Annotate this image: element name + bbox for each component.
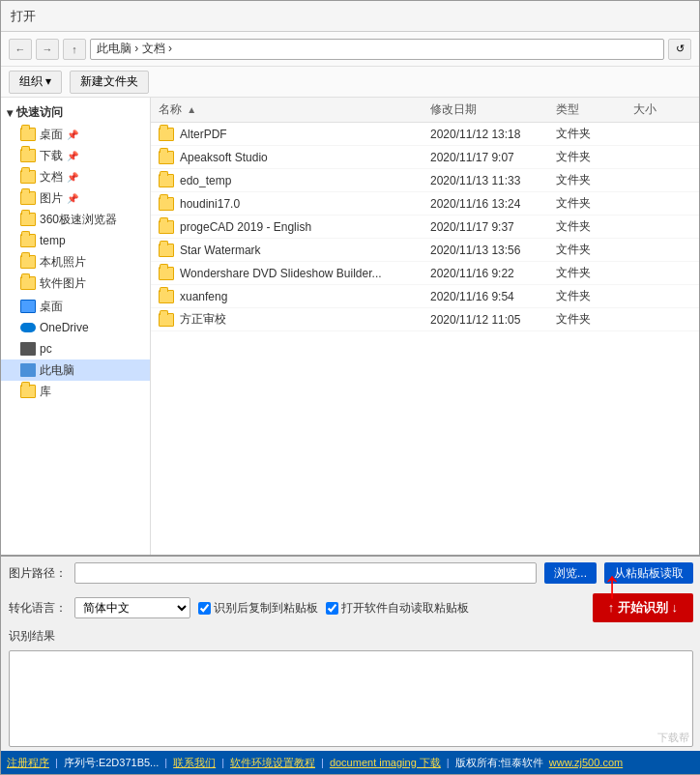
sidebar-item-software-images[interactable]: 软件图片 — [1, 273, 150, 294]
quick-access-header[interactable]: ▾ 快速访问 — [1, 101, 150, 124]
col-date-header[interactable]: 修改日期 — [430, 101, 556, 118]
sidebar-item-onedrive[interactable]: OneDrive — [1, 317, 150, 338]
up-button[interactable]: ↑ — [63, 39, 86, 60]
col-type-header[interactable]: 类型 — [556, 101, 633, 118]
start-ocr-button[interactable]: ↑ 开始识别 ↓ — [593, 593, 693, 622]
table-row[interactable]: houdini17.0 2020/11/16 13:24 文件夹 — [151, 192, 699, 215]
new-folder-button[interactable]: 新建文件夹 — [70, 71, 149, 94]
sidebar-item-library[interactable]: 库 — [1, 381, 150, 402]
sidebar-item-label: 360极速浏览器 — [40, 212, 117, 228]
website-link[interactable]: www.zj500.com — [549, 757, 623, 768]
sidebar-item-label: 本机照片 — [40, 254, 86, 271]
checkbox2[interactable] — [326, 602, 338, 615]
file-name-text: AlterPDF — [180, 128, 227, 141]
folder-icon — [20, 213, 36, 226]
browse-button[interactable]: 浏览... — [544, 562, 597, 584]
folder-icon — [159, 244, 174, 257]
sidebar-item-label: 图片 — [40, 190, 63, 207]
refresh-button[interactable]: ↺ — [668, 39, 691, 60]
copyright-info: 版权所有:恒泰软件 — [455, 756, 543, 770]
checkbox2-label[interactable]: 打开软件自动读取粘贴板 — [326, 600, 469, 617]
table-row[interactable]: 方正审校 2020/11/12 11:05 文件夹 — [151, 308, 699, 331]
thispc-icon — [20, 363, 36, 377]
contact-link[interactable]: 联系我们 — [173, 756, 216, 770]
folder-icon — [20, 234, 36, 247]
breadcrumb[interactable]: 此电脑 › 文档 › — [90, 39, 664, 60]
ocr-result-area[interactable] — [9, 650, 693, 747]
file-type-cell: 文件夹 — [556, 265, 633, 281]
table-row[interactable]: Star Watermark 2020/11/13 13:56 文件夹 — [151, 239, 699, 262]
sidebar-item-pc[interactable]: pc — [1, 338, 150, 359]
folder-icon — [159, 290, 174, 303]
file-name-text: Apeaksoft Studio — [180, 151, 268, 164]
checkbox1[interactable] — [198, 602, 211, 615]
sidebar-item-pictures[interactable]: 图片 📌 — [1, 187, 150, 209]
table-row[interactable]: xuanfeng 2020/11/16 9:54 文件夹 — [151, 285, 699, 308]
col-name-header[interactable]: 名称 ▲ — [159, 101, 430, 118]
folder-icon — [159, 267, 174, 280]
col-size-header[interactable]: 大小 — [633, 101, 691, 118]
path-input[interactable] — [74, 562, 537, 584]
clipboard-button[interactable]: 从粘贴板读取 — [604, 562, 693, 584]
serial-info: 序列号:E2D371B5... — [64, 756, 159, 770]
table-row[interactable]: progeCAD 2019 - English 2020/11/17 9:37 … — [151, 215, 699, 239]
file-list-header: 名称 ▲ 修改日期 类型 大小 — [151, 98, 699, 123]
file-name-text: Star Watermark — [180, 244, 261, 257]
sidebar-item-documents[interactable]: 文档 📌 — [1, 166, 150, 187]
file-name-cell: Wondershare DVD Slideshow Builder... — [159, 267, 430, 280]
table-row[interactable]: edo_temp 2020/11/13 11:33 文件夹 — [151, 169, 699, 192]
file-name-cell: AlterPDF — [159, 128, 430, 141]
table-row[interactable]: Apeaksoft Studio 2020/11/17 9:07 文件夹 — [151, 146, 699, 169]
file-name-text: progeCAD 2019 - English — [180, 220, 311, 234]
toolbar-row: ← → ↑ 此电脑 › 文档 › ↺ — [1, 32, 699, 67]
setup-link[interactable]: 软件环境设置教程 — [230, 756, 315, 770]
file-date-cell: 2020/11/12 11:05 — [430, 313, 556, 327]
pc-icon — [20, 342, 36, 356]
sidebar-item-downloads[interactable]: 下载 📌 — [1, 145, 150, 166]
table-row[interactable]: AlterPDF 2020/11/12 13:18 文件夹 — [151, 123, 699, 146]
file-type-cell: 文件夹 — [556, 126, 633, 142]
sidebar-item-label: 桌面 — [40, 127, 63, 143]
sidebar-item-desktop2[interactable]: 桌面 — [1, 296, 150, 317]
register-link[interactable]: 注册程序 — [7, 756, 49, 770]
checkbox1-label[interactable]: 识别后复制到粘贴板 — [198, 600, 318, 617]
onedrive-icon — [20, 323, 36, 332]
file-name-cell: edo_temp — [159, 174, 430, 187]
file-name-text: 方正审校 — [180, 311, 226, 328]
sidebar-item-temp[interactable]: temp — [1, 230, 150, 251]
organize-button[interactable]: 组织 ▾ — [9, 71, 62, 94]
folder-icon — [159, 174, 174, 187]
ocr-row2: 转化语言： 简体中文 繁体中文 英语 日语 韩语 识别后复制到粘贴板 打开软件自… — [1, 589, 700, 626]
file-date-cell: 2020/11/17 9:07 — [430, 151, 556, 164]
sidebar-item-360[interactable]: 360极速浏览器 — [1, 209, 150, 230]
download-link[interactable]: document imaging 下载 — [330, 756, 441, 770]
table-row[interactable]: Wondershare DVD Slideshow Builder... 202… — [151, 262, 699, 285]
path-label: 图片路径： — [9, 565, 67, 582]
sidebar-item-label: 库 — [40, 384, 51, 400]
desktop-section: 桌面 OneDrive pc 此电脑 库 — [1, 296, 150, 402]
file-name-cell: progeCAD 2019 - English — [159, 220, 430, 234]
sort-arrow: ▲ — [187, 104, 196, 115]
pin-icon: 📌 — [67, 193, 78, 204]
quick-access-section: ▾ 快速访问 桌面 📌 下载 📌 文档 📌 — [1, 101, 150, 294]
file-date-cell: 2020/11/13 13:56 — [430, 244, 556, 257]
sidebar-item-thispc[interactable]: 此电脑 — [1, 359, 150, 381]
file-name-text: edo_temp — [180, 174, 231, 187]
result-label: 识别结果 — [1, 626, 700, 646]
sidebar-item-desktop[interactable]: 桌面 📌 — [1, 124, 150, 145]
sidebar-item-label: 此电脑 — [40, 362, 74, 379]
forward-button[interactable]: → — [36, 39, 59, 60]
sidebar-item-label: 下载 — [40, 148, 63, 164]
file-name-text: xuanfeng — [180, 290, 227, 303]
file-type-cell: 文件夹 — [556, 288, 633, 304]
folder-icon — [20, 170, 36, 184]
expand-icon: ▾ — [7, 106, 13, 120]
file-date-cell: 2020/11/16 9:54 — [430, 290, 556, 303]
lang-select[interactable]: 简体中文 繁体中文 英语 日语 韩语 — [74, 597, 190, 618]
action-row: 组织 ▾ 新建文件夹 — [1, 67, 699, 98]
desktop-icon — [20, 300, 36, 313]
file-date-cell: 2020/11/16 13:24 — [430, 197, 556, 211]
back-button[interactable]: ← — [9, 39, 32, 60]
sidebar-item-label: OneDrive — [40, 321, 89, 334]
sidebar-item-photos[interactable]: 本机照片 — [1, 251, 150, 273]
